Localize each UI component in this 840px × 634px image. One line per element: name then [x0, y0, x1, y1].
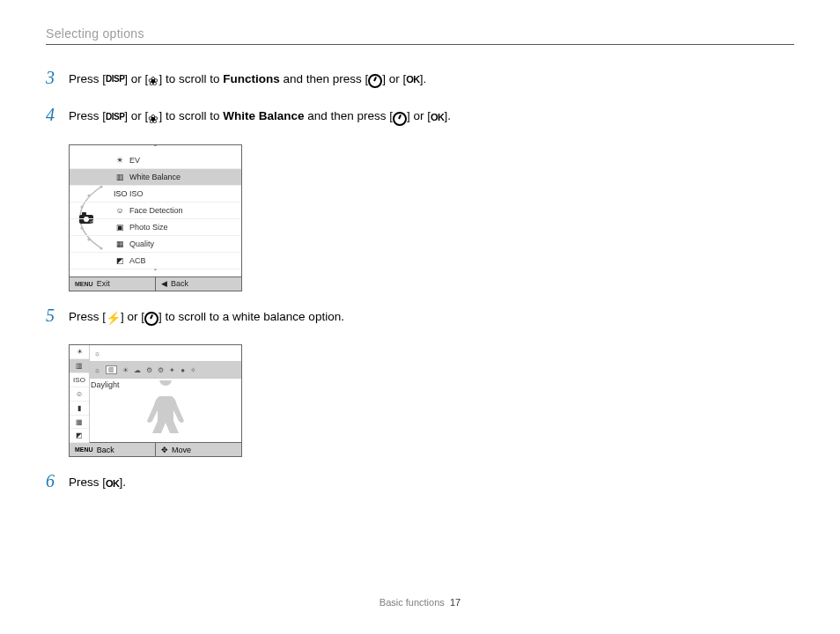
menu-item-photo-size: ▣Photo Size — [70, 218, 241, 235]
camera-menu-sidebar: ☀▥ISO☺▮▦◩ — [70, 345, 90, 443]
wb-top-row: ☼ — [89, 345, 241, 362]
text: Press [ — [69, 476, 106, 489]
manual-page: Selecting options 3 Press [DISP] or [❀] … — [0, 0, 840, 634]
menu-item-label: Photo Size — [129, 223, 168, 232]
wb-sun-icon: ☼ — [94, 350, 100, 358]
page-footer: Basic functions 17 — [0, 597, 840, 608]
sidebar-icon: ☺ — [70, 387, 89, 402]
text: ] to scroll to a white balance option. — [158, 310, 344, 323]
camera-menu-footer: MENUExit ◀Back — [70, 276, 241, 291]
section-header: Selecting options — [46, 26, 794, 45]
menu-item-icon: ▣ — [114, 223, 126, 232]
disp-icon: DISP — [106, 107, 124, 127]
footer-back-label: Back — [97, 446, 114, 454]
menu-item-label: Quality — [129, 240, 154, 248]
menu-item-icon: ▦ — [114, 240, 126, 248]
camera-menu-white-balance: ☀▥ISO☺▮▦◩ ☼ ☼▥☀☁⚙⚙✦●✧ Daylight MENUBack … — [69, 344, 242, 457]
ok-icon: OK — [406, 70, 420, 89]
bold-word: Functions — [223, 72, 280, 85]
timer-icon — [393, 112, 407, 126]
footer-section: Basic functions — [379, 597, 445, 608]
wb-option-icon: ☁ — [134, 366, 141, 374]
text: ]. — [445, 109, 452, 122]
footer-exit-label: Exit — [97, 279, 110, 288]
bold-word: White Balance — [223, 109, 304, 122]
wb-option-icon: ● — [181, 366, 185, 374]
menu-item-iso: ISOISO — [70, 185, 241, 202]
flash-icon: ⚡ — [106, 308, 121, 328]
sidebar-icon: ▮ — [70, 402, 89, 416]
text: Press [ — [69, 72, 106, 85]
footer-back: MENUBack — [70, 443, 156, 456]
scroll-up-indicator: ˆ — [70, 145, 241, 152]
wb-option-icon: ⚙ — [158, 366, 164, 374]
step-5: 5 Press [⚡] or [] to scroll to a white b… — [46, 307, 539, 327]
sidebar-icon: ▥ — [70, 359, 89, 373]
text: and then press [ — [304, 109, 393, 122]
text: ] or [ — [124, 109, 148, 122]
menu-item-icon: ☀ — [114, 156, 126, 165]
step-text: Press [OK]. — [69, 473, 539, 492]
text: ] or [ — [407, 109, 431, 122]
menu-item-quality: ▦Quality — [70, 235, 241, 252]
text: ] or [ — [121, 310, 144, 323]
step-number: 6 — [46, 471, 55, 491]
wb-option-icon: ☼ — [94, 366, 100, 374]
menu-item-acb: ◩ACB — [70, 252, 241, 269]
text: Press [ — [69, 310, 106, 323]
camera-menu-footer: MENUBack ✥Move — [70, 442, 241, 456]
sidebar-icon: ☀ — [70, 345, 89, 359]
page-number: 17 — [450, 597, 461, 608]
timer-icon — [144, 312, 158, 326]
footer-exit: MENUExit — [70, 277, 156, 291]
wb-option-icon: ⚙ — [146, 366, 152, 374]
menu-icon: MENU — [75, 446, 93, 453]
step-number: 5 — [46, 306, 55, 326]
step-text: Press [DISP] or [❀] to scroll to Functio… — [69, 70, 539, 89]
step-text: Press [⚡] or [] to scroll to a white bal… — [69, 307, 539, 327]
wb-option-icon: ▥ — [106, 365, 117, 374]
menu-item-label: ISO — [129, 189, 144, 198]
wb-options-strip: ☼▥☀☁⚙⚙✦●✧ — [89, 362, 241, 379]
sidebar-icon: ISO — [70, 373, 89, 387]
camera-menu-content: ☼ ☼▥☀☁⚙⚙✦●✧ Daylight — [89, 345, 241, 442]
camera-menu-functions: ˆ ↺ ☀EV▥White BalanceISOISO☺Face Detecti… — [69, 144, 242, 291]
menu-item-icon: ▥ — [114, 173, 126, 181]
menu-item-icon: ☺ — [114, 206, 126, 215]
ok-icon: OK — [106, 474, 120, 493]
sidebar-icon: ◩ — [70, 429, 89, 443]
footer-move-label: Move — [172, 446, 191, 454]
timer-icon — [368, 74, 382, 88]
menu-item-face-detection: ☺Face Detection — [70, 202, 241, 218]
step-text: Press [DISP] or [❀] to scroll to White B… — [69, 107, 539, 126]
dpad-icon: ✥ — [161, 446, 168, 454]
wb-option-icon: ✦ — [169, 366, 175, 374]
back-triangle-icon: ◀ — [161, 279, 167, 288]
sidebar-icon: ▦ — [70, 416, 89, 430]
menu-icon: MENU — [75, 281, 93, 287]
menu-item-white-balance: ▥White Balance — [70, 168, 241, 185]
text: ] to scroll to — [158, 72, 223, 85]
step-4: 4 Press [DISP] or [❀] to scroll to White… — [46, 107, 539, 126]
text: ] or [ — [382, 72, 406, 85]
menu-item-label: White Balance — [129, 173, 181, 181]
step-number: 4 — [46, 105, 55, 125]
step-6: 6 Press [OK]. — [46, 473, 539, 492]
content-body: 3 Press [DISP] or [❀] to scroll to Funct… — [46, 45, 539, 493]
menu-item-label: ACB — [129, 256, 146, 265]
menu-item-ev: ☀EV — [70, 152, 241, 168]
text: ] or [ — [124, 72, 148, 85]
menu-item-label: EV — [129, 156, 140, 165]
text: ] to scroll to — [158, 109, 223, 122]
wb-option-icon: ☀ — [122, 366, 129, 374]
step-number: 3 — [46, 68, 55, 88]
footer-back-label: Back — [171, 279, 188, 288]
disp-icon: DISP — [106, 70, 124, 89]
ok-icon: OK — [431, 107, 445, 127]
footer-back: ◀Back — [156, 277, 241, 291]
wb-option-icon: ✧ — [190, 366, 196, 374]
wb-preview: Daylight — [89, 379, 241, 442]
wb-selected-label: Daylight — [91, 380, 120, 389]
text: and then press [ — [280, 72, 369, 85]
footer-move: ✥Move — [156, 443, 241, 456]
